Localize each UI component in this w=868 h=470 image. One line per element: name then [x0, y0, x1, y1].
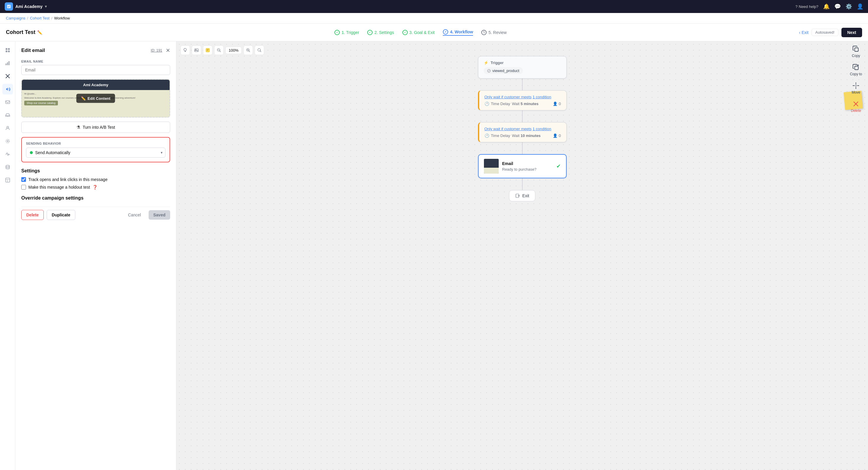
- event-icon: [487, 69, 491, 73]
- saved-button: Saved: [149, 210, 170, 220]
- trigger-event-badge[interactable]: viewed_product: [484, 67, 561, 74]
- sidebar-icon-contacts[interactable]: [2, 123, 13, 133]
- notifications-icon[interactable]: 🔔: [823, 3, 830, 10]
- copy-tool[interactable]: Copy: [852, 45, 860, 58]
- email-name-label: EMAIL NAME: [21, 60, 170, 63]
- wait-node-1[interactable]: Only wait if customer meets 1 condition …: [478, 90, 567, 110]
- cancel-button[interactable]: Cancel: [123, 210, 146, 220]
- wait-node-2-condition-link[interactable]: 1 condition: [533, 127, 551, 131]
- sidebar-icon-analytics[interactable]: [2, 58, 13, 68]
- clock-icon-2: 🕐: [485, 133, 489, 138]
- top-nav: Ami Academy ▾ ? Need help? 🔔 💬 ⚙️ 👤: [0, 0, 868, 13]
- svg-rect-3: [6, 51, 7, 52]
- settings-title: Settings: [21, 168, 170, 174]
- step-1-check: ✓: [335, 30, 340, 35]
- header-actions: ‹ Exit Autosaved! Next: [799, 28, 862, 37]
- ab-test-button[interactable]: ⚗ Turn into A/B Test: [21, 122, 170, 133]
- right-toolbar: Copy Copy to Move: [850, 45, 862, 113]
- wait-node-2[interactable]: Only wait if customer meets 1 condition …: [478, 122, 567, 142]
- svg-point-13: [6, 139, 9, 143]
- svg-rect-22: [206, 48, 210, 52]
- edit-content-overlay[interactable]: ✏️ Edit Content: [76, 94, 115, 103]
- flask-icon: ⚗: [76, 125, 80, 130]
- breadcrumb-sep-1: /: [27, 16, 28, 21]
- svg-line-33: [260, 51, 261, 52]
- step-header: Cohort Test ✏️ ✓ 1. Trigger ✓ 2. Setting…: [0, 24, 868, 41]
- edit-title-icon[interactable]: ✏️: [37, 30, 42, 35]
- image-tool[interactable]: [192, 45, 201, 55]
- logo-icon: [5, 2, 13, 11]
- step-3-goal-exit[interactable]: ✓ 3. Goal & Exit: [402, 30, 435, 35]
- svg-rect-1: [6, 48, 7, 50]
- sidebar-icon-data[interactable]: [2, 162, 13, 172]
- lightbulb-tool[interactable]: [181, 45, 190, 55]
- move-icon: [852, 82, 860, 89]
- search-tool[interactable]: [255, 45, 264, 55]
- next-button[interactable]: Next: [841, 28, 862, 37]
- zoom-in-tool[interactable]: [243, 45, 253, 55]
- holdout-label: Make this message a holdout test: [28, 185, 90, 190]
- panel-id[interactable]: ID: 191: [151, 48, 162, 53]
- app-logo[interactable]: Ami Academy ▾: [5, 2, 47, 11]
- sidebar-icon-table[interactable]: [2, 175, 13, 186]
- user-icon[interactable]: 👤: [857, 3, 863, 10]
- connector-2: [522, 110, 523, 122]
- zoom-out-tool[interactable]: [214, 45, 224, 55]
- step-2-settings[interactable]: ✓ 2. Settings: [367, 30, 394, 35]
- svg-line-27: [220, 51, 221, 52]
- messages-icon[interactable]: 💬: [834, 3, 841, 10]
- need-help-link[interactable]: ? Need help?: [795, 4, 818, 9]
- email-name-input[interactable]: [21, 65, 170, 75]
- wait-node-1-condition-link[interactable]: 1 condition: [533, 95, 551, 99]
- duplicate-button[interactable]: Duplicate: [47, 210, 75, 220]
- sidebar-icon-segments[interactable]: [2, 136, 13, 146]
- exit-node[interactable]: Exit: [509, 190, 535, 201]
- email-node-title: Email: [502, 161, 553, 166]
- wait-node-2-footer: 🕐 Time Delay Wait 10 minutes 👤 0: [485, 133, 561, 138]
- send-behavior-wrapper: Send Automatically ▾: [26, 147, 165, 158]
- settings-section: Settings Track opens and link clicks in …: [21, 168, 170, 190]
- wait-node-2-condition: Only wait if customer meets 1 condition: [485, 127, 561, 131]
- override-title: Override campaign settings: [21, 195, 170, 201]
- exit-button[interactable]: ‹ Exit: [799, 30, 809, 35]
- sticky-note-tool[interactable]: [203, 45, 212, 55]
- delete-button[interactable]: Delete: [21, 210, 44, 220]
- sidebar-icon-campaigns[interactable]: [2, 84, 13, 95]
- close-panel-button[interactable]: ✕: [166, 47, 170, 54]
- delete-label: Delete: [851, 109, 861, 113]
- delete-tool[interactable]: Delete: [851, 100, 861, 113]
- settings-icon[interactable]: ⚙️: [845, 3, 852, 10]
- campaign-title-text: Cohort Test: [6, 29, 35, 35]
- email-preview[interactable]: Ami Academy Hi {{custo... Welcome to Ami…: [21, 79, 170, 118]
- shop-btn: Shop our course catalog: [24, 101, 58, 105]
- autosaved-indicator: Autosaved!: [812, 29, 838, 36]
- canvas-area[interactable]: 100% ⚡: [176, 41, 868, 470]
- step-5-review[interactable]: 5 5. Review: [481, 30, 506, 35]
- send-behavior-select[interactable]: Send Automatically: [26, 147, 165, 158]
- sidebar-icon-dashboard[interactable]: [2, 45, 13, 56]
- holdout-checkbox[interactable]: [21, 185, 26, 190]
- sidebar-icon-inbox[interactable]: [2, 110, 13, 121]
- copy-to-icon: [852, 64, 860, 71]
- holdout-help-icon[interactable]: ❓: [92, 185, 97, 190]
- track-opens-checkbox[interactable]: [21, 177, 26, 182]
- step-4-workflow[interactable]: ✓ 4. Workflow: [443, 29, 473, 36]
- breadcrumb-cohort-test[interactable]: Cohort Test: [30, 16, 49, 21]
- sidebar-icon-email[interactable]: [2, 97, 13, 107]
- svg-point-12: [7, 140, 8, 142]
- trigger-node[interactable]: ⚡ Trigger viewed_product: [478, 56, 567, 78]
- sidebar-icon-pulse[interactable]: [2, 149, 13, 160]
- svg-rect-7: [8, 61, 9, 65]
- canvas-toolbar: 100%: [181, 45, 264, 55]
- sidebar-icon-x[interactable]: [2, 71, 13, 81]
- copy-to-tool[interactable]: Copy to: [850, 64, 862, 76]
- send-auto-dot: [30, 151, 33, 154]
- move-tool[interactable]: Move: [852, 82, 860, 95]
- dropdown-icon[interactable]: ▾: [45, 4, 47, 8]
- breadcrumb-campaigns[interactable]: Campaigns: [6, 16, 25, 21]
- email-node[interactable]: Email Ready to purchase? ✔: [478, 154, 567, 178]
- step-1-trigger[interactable]: ✓ 1. Trigger: [335, 30, 359, 35]
- users-icon-2: 👤: [553, 133, 557, 138]
- svg-rect-36: [855, 48, 858, 52]
- copy-to-label: Copy to: [850, 72, 862, 76]
